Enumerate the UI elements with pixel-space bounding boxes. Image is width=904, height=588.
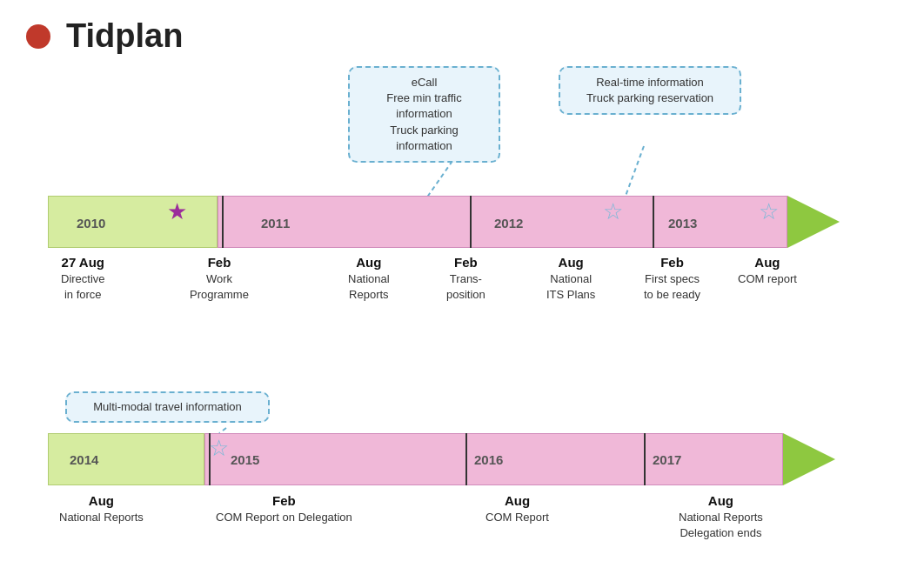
star-2010: ★ — [167, 198, 187, 225]
star-2015: ☆ — [209, 435, 229, 462]
title-area: Tidplan — [26, 17, 183, 55]
tick-tl1-1 — [222, 196, 224, 248]
ann-27aug: 27 AugDirectivein force — [61, 254, 105, 302]
ann-aug-2014-natreports: AugNational Reports — [59, 492, 144, 525]
svg-line-1 — [625, 146, 644, 198]
ann-aug-comreport: AugCOM report — [738, 254, 797, 287]
tick-tl1-3 — [653, 196, 654, 248]
ann-feb-firstspecs: FebFirst specsto be ready — [644, 254, 700, 302]
timeline2 — [48, 433, 866, 485]
star-2012: ☆ — [603, 198, 623, 225]
ann-feb-work: FebWorkProgramme — [190, 254, 249, 302]
year-2011: 2011 — [261, 216, 290, 231]
title-dot — [26, 24, 50, 49]
year-2012: 2012 — [494, 216, 523, 231]
tick-tl1-2 — [470, 196, 472, 248]
year-2015: 2015 — [231, 452, 259, 467]
svg-line-0 — [426, 161, 452, 198]
tick-tl2-2 — [465, 433, 467, 485]
page-container: Tidplan 2010 2011 2012 2013 ★ ☆ ☆ 27 Aug… — [0, 0, 904, 588]
tl1-arrowhead — [787, 196, 840, 248]
ann-aug-2017-natreports: AugNational ReportsDelegation ends — [679, 492, 763, 540]
callout-realtime: Real-time informationTruck parking reser… — [559, 66, 741, 115]
ann-aug-natreports: AugNationalReports — [348, 254, 390, 302]
year-2014: 2014 — [70, 452, 98, 467]
tl1-green-band — [48, 196, 218, 248]
year-2016: 2016 — [474, 452, 503, 467]
callout-ecall: eCallFree min trafficinformationTruck pa… — [348, 66, 500, 163]
ann-feb-transposition: FebTrans-position — [446, 254, 485, 302]
year-2017: 2017 — [653, 452, 681, 467]
ann-feb-comreport-delegation: FebCOM Report on Delegation — [216, 492, 352, 525]
year-2013: 2013 — [668, 216, 697, 231]
tick-tl2-3 — [644, 433, 646, 485]
ann-aug-its: AugNationalITS Plans — [546, 254, 595, 302]
year-2010: 2010 — [77, 216, 105, 231]
tl2-arrowhead — [783, 433, 835, 485]
callout-multimodal: Multi-modal travel information — [65, 391, 270, 423]
page-title: Tidplan — [66, 17, 183, 55]
ann-aug-comreport-2016: AugCOM Report — [485, 492, 549, 525]
star-2013: ☆ — [759, 198, 779, 225]
